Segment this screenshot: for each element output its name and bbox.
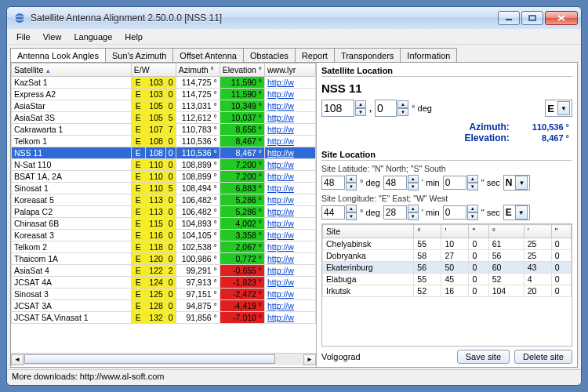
- link[interactable]: http://w: [267, 183, 294, 193]
- list-item[interactable]: Dobryanka5827056250: [323, 250, 572, 262]
- link[interactable]: http://w: [267, 278, 294, 287]
- link[interactable]: http://w: [267, 266, 294, 275]
- col-link[interactable]: www.lyr: [265, 64, 316, 77]
- link[interactable]: http://w: [267, 313, 294, 322]
- satellite-list-pane: Satellite▲ E/W Azimuth ° Elevation ° www…: [11, 63, 317, 367]
- list-item[interactable]: Irkutsk52160104200: [323, 285, 572, 297]
- status-bar: More downloads: http://www.al-soft.com: [7, 369, 581, 385]
- scroll-thumb[interactable]: [24, 354, 275, 364]
- table-row[interactable]: JCSAT 5A,Vinasat 1E132091,856 °-7,010 °h…: [12, 312, 316, 324]
- satloc-deg-spin[interactable]: ▲▼: [321, 100, 366, 117]
- table-row[interactable]: Express A2E1030114,725 °11,590 °http://w: [12, 89, 316, 100]
- menu-help[interactable]: Help: [118, 31, 149, 43]
- link[interactable]: http://w: [267, 207, 294, 216]
- satloc-ew-select[interactable]: E▼: [545, 100, 572, 117]
- table-row[interactable]: Thaicom 1AE1200100,986 °0,772 °http://w: [12, 253, 316, 265]
- link[interactable]: http://w: [267, 172, 294, 181]
- list-item[interactable]: Elabuga554505240: [323, 274, 572, 285]
- link[interactable]: http://w: [267, 219, 294, 228]
- link[interactable]: http://w: [267, 136, 294, 146]
- scroll-track[interactable]: [24, 354, 303, 365]
- link[interactable]: http://w: [267, 160, 294, 169]
- table-row[interactable]: Telkom 1E1080110,536 °8,467 °http://w: [12, 136, 316, 147]
- link[interactable]: http://w: [267, 78, 294, 87]
- hscrollbar[interactable]: ◄ ►: [11, 353, 316, 365]
- maximize-button[interactable]: [521, 11, 543, 25]
- satloc-deg-input[interactable]: [321, 100, 354, 117]
- tab-antenna-look-angles[interactable]: Antenna Look Angles: [10, 48, 106, 62]
- table-row[interactable]: NSS 11E1080110,536 °8,467 °http://w: [12, 147, 316, 159]
- delete-site-button[interactable]: Delete site: [514, 350, 572, 364]
- link[interactable]: http://w: [267, 242, 294, 252]
- tab-report[interactable]: Report: [295, 48, 335, 62]
- link[interactable]: http://w: [267, 301, 294, 310]
- table-row[interactable]: JCSAT 3AE128094,875 °-4,419 °http://w: [12, 300, 316, 312]
- tab-suns-azimuth[interactable]: Sun's Azimuth: [105, 48, 173, 62]
- table-row[interactable]: Koreasat 5E1130106,482 °5,286 °http://w: [12, 194, 316, 206]
- window-title: Satellite Antenna Alignment 2.50.0.0 [NS…: [31, 13, 498, 24]
- link[interactable]: http://w: [267, 125, 294, 134]
- deg-label: ° deg: [412, 103, 432, 113]
- table-row[interactable]: Cakrawarta 1E1077110,783 °8,656 °http://…: [12, 124, 316, 136]
- lon-min-input[interactable]: [383, 205, 407, 220]
- tab-transponders[interactable]: Transponders: [334, 48, 401, 62]
- satloc-min-spin[interactable]: ▲▼: [375, 100, 408, 117]
- link[interactable]: http://w: [267, 254, 294, 263]
- current-site-name: Volgograd: [321, 352, 452, 361]
- list-item[interactable]: Chelyabinsk5510061250: [323, 238, 572, 250]
- menu-file[interactable]: File: [10, 31, 37, 43]
- link[interactable]: http://w: [267, 195, 294, 205]
- col-satellite[interactable]: Satellite▲: [12, 64, 132, 77]
- col-elevation[interactable]: Elevation °: [220, 64, 264, 77]
- tab-offset-antenna[interactable]: Offset Antenna: [172, 48, 244, 62]
- minimize-button[interactable]: [498, 11, 520, 25]
- list-item[interactable]: Ekaterinburg5650060430: [323, 262, 572, 274]
- table-row[interactable]: AsiaStarE1050113,031 °10,349 °http://w: [12, 100, 316, 112]
- table-row[interactable]: AsiaSat 4E122299,291 °-0,655 °http://w: [12, 265, 316, 277]
- table-row[interactable]: N-Sat 110E1100108,899 °7,200 °http://w: [12, 159, 316, 171]
- satellite-location-header: Satellite Location: [321, 64, 572, 77]
- lat-min-input[interactable]: [383, 176, 407, 190]
- satloc-min-input[interactable]: [375, 100, 397, 117]
- table-row[interactable]: BSAT 1A, 2AE1100108,899 °7,200 °http://w: [12, 171, 316, 183]
- table-row[interactable]: Palapa C2E1130106,482 °5,286 °http://w: [12, 206, 316, 218]
- table-row[interactable]: Koreasat 3E1160104,105 °3,358 °http://w: [12, 230, 316, 241]
- table-row[interactable]: Sinosat 1E1105108,494 °6,883 °http://w: [12, 183, 316, 194]
- site-grid[interactable]: Site°'"°'"Chelyabinsk5510061250Dobryanka…: [321, 223, 572, 347]
- main-window: Satellite Antenna Alignment 2.50.0.0 [NS…: [6, 6, 582, 386]
- link[interactable]: http://w: [267, 230, 294, 240]
- link[interactable]: http://w: [267, 89, 294, 99]
- col-ew[interactable]: E/W: [131, 64, 176, 77]
- table-row[interactable]: Sinosat 3E125097,151 °-2,472 °http://w: [12, 289, 316, 300]
- save-site-button[interactable]: Save site: [457, 350, 510, 364]
- azel-readout: Azimuth: 110,536 ° Elevation: 8,467 °: [321, 120, 572, 148]
- menu-view[interactable]: View: [37, 31, 68, 43]
- satellite-table[interactable]: Satellite▲ E/W Azimuth ° Elevation ° www…: [11, 63, 316, 324]
- table-row[interactable]: Telkom 2E1180102,538 °2,067 °http://w: [12, 241, 316, 253]
- tab-obstacles[interactable]: Obstacles: [243, 48, 296, 62]
- site-location-header: Site Location: [321, 148, 572, 161]
- lat-deg-input[interactable]: [321, 176, 345, 190]
- scroll-right-icon[interactable]: ►: [303, 354, 316, 365]
- link[interactable]: http://w: [267, 101, 294, 111]
- close-button[interactable]: [545, 11, 578, 25]
- tab-information[interactable]: Information: [400, 48, 457, 62]
- scroll-left-icon[interactable]: ◄: [11, 354, 24, 365]
- table-row[interactable]: JCSAT 4AE124097,913 °-1,823 °http://w: [12, 277, 316, 289]
- link[interactable]: http://w: [267, 289, 294, 299]
- lon-deg-input[interactable]: [321, 205, 345, 220]
- menu-language[interactable]: Language: [67, 31, 118, 43]
- lat-sec-input[interactable]: [443, 176, 466, 190]
- window-controls: [498, 11, 578, 25]
- spin-up-icon[interactable]: ▲: [355, 100, 366, 108]
- lon-hem-select[interactable]: E▼: [503, 205, 530, 220]
- lat-hem-select[interactable]: N▼: [503, 175, 531, 191]
- table-row[interactable]: Chinasat 6BE1150104,893 °4,002 °http://w: [12, 218, 316, 230]
- link[interactable]: http://w: [267, 148, 294, 158]
- col-azimuth[interactable]: Azimuth °: [176, 64, 220, 77]
- table-row[interactable]: KazSat 1E1030114,725 °11,590 °http://w: [12, 77, 316, 89]
- spin-down-icon[interactable]: ▼: [355, 108, 366, 116]
- lon-sec-input[interactable]: [443, 205, 466, 220]
- table-row[interactable]: AsiaSat 3SE1055112,612 °10,037 °http://w: [12, 112, 316, 124]
- link[interactable]: http://w: [267, 113, 294, 122]
